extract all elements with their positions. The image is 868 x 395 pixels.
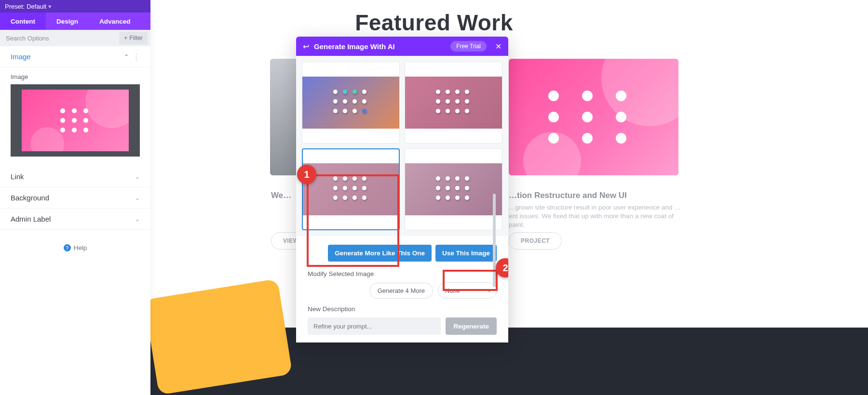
project-text-2: …tion Restructure and New UI …grown site… [509, 191, 682, 230]
tab-content[interactable]: Content [0, 13, 46, 30]
section-image-label: Image [11, 53, 31, 61]
help-label: Help [74, 244, 87, 251]
tab-advanced[interactable]: Advanced [89, 13, 141, 30]
chevron-down-icon: ⌄ [135, 216, 140, 223]
generate-4-more-button[interactable]: Generate 4 More [369, 283, 433, 299]
tab-design[interactable]: Design [46, 13, 89, 30]
filter-label: Filter [129, 35, 143, 41]
modify-label: Modify Selected Image [308, 270, 497, 277]
dots-icon [60, 108, 90, 132]
section-admin-label[interactable]: Admin Label ⌄ [0, 209, 150, 230]
image-field-label: Image [11, 73, 140, 80]
project-card-1 [270, 59, 299, 175]
prompt-input[interactable] [308, 317, 441, 335]
generate-more-button[interactable]: Generate More Like This One [328, 245, 432, 262]
generated-image-4[interactable] [405, 148, 502, 230]
view-project-button-2[interactable]: PROJECT [509, 232, 562, 250]
preset-caret-icon: ▾ [48, 3, 52, 10]
section-link[interactable]: Link ⌄ [0, 166, 150, 187]
modal-body: Generate More Like This One Use This Ima… [296, 236, 508, 342]
help-link[interactable]: ? Help [0, 244, 150, 251]
project-2-title: …tion Restructure and New UI [509, 191, 682, 200]
ai-modal: ↩ Generate Image With AI Free Trial ✕ 1 … [296, 37, 508, 342]
annotation-marker-1: 1 [297, 165, 316, 184]
section-background[interactable]: Background ⌄ [0, 187, 150, 209]
generated-image-2[interactable] [405, 62, 502, 144]
plus-icon: + [124, 35, 127, 41]
close-icon[interactable]: ✕ [495, 42, 502, 51]
scrollbar[interactable] [493, 194, 496, 287]
chevron-down-icon: ⌄ [135, 195, 140, 201]
prompt-row: Regenerate [308, 317, 497, 335]
free-trial-badge[interactable]: Free Trial [450, 41, 487, 52]
project-2-desc: …grown site structure result in poor use… [509, 203, 682, 230]
section-admin-label-label: Admin Label [11, 215, 51, 223]
style-select[interactable]: None [438, 282, 497, 299]
regenerate-button[interactable]: Regenerate [446, 317, 497, 335]
help-icon: ? [64, 244, 71, 251]
use-this-image-button[interactable]: Use This Image [435, 245, 497, 262]
preset-label: Preset: [5, 3, 25, 10]
action-buttons: Generate More Like This One Use This Ima… [308, 236, 497, 263]
search-placeholder[interactable]: Search Options [6, 35, 49, 42]
section-image-body: Image [0, 67, 150, 166]
new-description-label: New Description [308, 305, 497, 313]
generated-grid [296, 56, 508, 236]
section-image[interactable]: Image ⌃ ⋮ [0, 46, 150, 67]
settings-panel: Preset: Default ▾ Content Design Advance… [0, 0, 150, 395]
modal-title: Generate Image With AI [314, 42, 395, 51]
image-thumbnail[interactable] [11, 84, 140, 157]
section-link-label: Link [11, 172, 24, 181]
dots-icon [548, 91, 639, 144]
more-icon[interactable]: ⋮ [133, 53, 140, 61]
modal-header: ↩ Generate Image With AI Free Trial ✕ [296, 37, 508, 56]
chevron-down-icon: ⌄ [135, 173, 140, 180]
generated-image-3[interactable] [302, 148, 400, 230]
modify-row: Generate 4 More None [308, 282, 497, 299]
search-bar: Search Options + Filter [0, 30, 150, 46]
preset-value: Default [27, 3, 46, 10]
filter-button[interactable]: + Filter [119, 32, 148, 44]
chevron-up-icon: ⌃ [124, 53, 129, 60]
generated-image-1[interactable] [302, 62, 400, 144]
project-card-2 [509, 59, 678, 175]
preset-bar[interactable]: Preset: Default ▾ [0, 0, 150, 13]
section-background-label: Background [11, 194, 49, 202]
back-icon[interactable]: ↩ [303, 42, 309, 51]
panel-tabs: Content Design Advanced [0, 13, 150, 30]
